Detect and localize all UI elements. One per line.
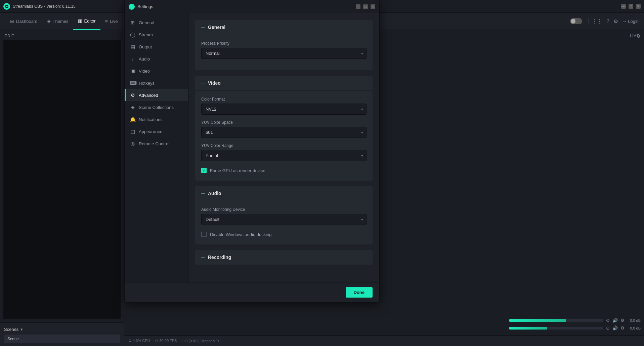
appearance-icon: ◫ bbox=[130, 129, 135, 134]
audio-icon: ♪ bbox=[130, 56, 135, 62]
close-button[interactable]: ✕ bbox=[636, 4, 641, 9]
volume-icon-2[interactable]: 🔊 bbox=[612, 325, 618, 331]
section-recording-header: — Recording bbox=[195, 250, 373, 265]
settings-nav-appearance-label: Appearance bbox=[139, 129, 162, 134]
settings-nav-hotkeys[interactable]: ⌨ Hotkeys bbox=[125, 77, 188, 89]
editor-icon: ▦ bbox=[78, 18, 82, 24]
nav-item-editor[interactable]: ▦ Editor bbox=[73, 12, 100, 30]
settings-nav-general[interactable]: ⊞ General bbox=[125, 16, 188, 29]
section-recording: — Recording bbox=[195, 250, 373, 265]
settings-nav-stream[interactable]: ◯ Stream bbox=[125, 29, 188, 41]
settings-window: Settings ─ □ ✕ ⊞ General ◯ Stream ▤ bbox=[124, 0, 380, 303]
section-audio-header: — Audio bbox=[195, 186, 373, 201]
section-general: — General Process Priority Normal Above … bbox=[195, 20, 373, 70]
bottom-bar: ⚙ 4.3% CPU ⊟ 30.00 FPS □ 0 (0.0%) Droppe… bbox=[124, 335, 644, 346]
nav-label-editor: Editor bbox=[84, 18, 96, 24]
nav-label-themes: Themes bbox=[53, 19, 69, 24]
settings-maximize[interactable]: □ bbox=[363, 4, 368, 9]
fps-stat: ⊟ 30.00 FPS bbox=[155, 339, 177, 343]
nav-label-dashboard: Dashboard bbox=[16, 19, 38, 24]
stats-icon[interactable]: ⋮⋮⋮ bbox=[586, 18, 602, 25]
color-format-label: Color Format bbox=[201, 97, 367, 102]
mixer-gear-1[interactable]: ⚙ bbox=[620, 318, 625, 323]
yuv-color-space-group: YUV Color Space 601 709 ▾ bbox=[201, 120, 367, 138]
settings-nav-notifications-label: Notifications bbox=[139, 117, 163, 122]
settings-nav-appearance[interactable]: ◫ Appearance bbox=[125, 125, 188, 138]
volume-icon-1[interactable]: 🔊 bbox=[612, 318, 618, 323]
settings-minimize[interactable]: ─ bbox=[356, 4, 360, 9]
section-video-body: Color Format NV12 I420 I444 RGB ▾ bbox=[195, 91, 373, 181]
login-button[interactable]: → Login bbox=[622, 19, 639, 24]
yuv-color-range-group: YUV Color Range Partial Full ▾ bbox=[201, 143, 367, 161]
settings-icon[interactable]: ⚙ bbox=[613, 18, 618, 25]
general-collapse-icon[interactable]: — bbox=[201, 25, 205, 30]
settings-controls: ─ □ ✕ bbox=[356, 4, 375, 9]
settings-body: ⊞ General ◯ Stream ▤ Output ♪ Audio ▣ bbox=[125, 13, 379, 282]
settings-nav-advanced[interactable]: ⚙ Advanced bbox=[125, 89, 188, 101]
monitoring-device-group: Audio Monitoring Device Default ▾ bbox=[201, 207, 367, 225]
color-format-group: Color Format NV12 I420 I444 RGB ▾ bbox=[201, 97, 367, 115]
monitoring-device-label: Audio Monitoring Device bbox=[201, 207, 367, 212]
mixer-row-2: ⊙ 🔊 ⚙ 0.0 dB bbox=[128, 324, 641, 332]
settings-nav-video-label: Video bbox=[139, 69, 150, 74]
settings-nav-scene-collections[interactable]: ◈ Scene Collections bbox=[125, 101, 188, 113]
nav-item-dashboard[interactable]: ⊞ Dashboard bbox=[5, 12, 42, 30]
main-layout: EDIT Scenes ▾ Scene LIVE ⚙ ⊙ 🔊 bbox=[0, 30, 644, 346]
settings-nav-video[interactable]: ▣ Video bbox=[125, 65, 188, 77]
color-format-select[interactable]: NV12 I420 I444 RGB bbox=[201, 104, 367, 115]
mixer-bar-1 bbox=[509, 319, 603, 322]
settings-nav-stream-label: Stream bbox=[139, 32, 153, 37]
settings-nav-audio[interactable]: ♪ Audio bbox=[125, 53, 188, 65]
settings-nav-notifications[interactable]: 🔔 Notifications bbox=[125, 113, 188, 125]
done-button[interactable]: Done bbox=[346, 287, 373, 298]
scene-item[interactable]: Scene bbox=[4, 335, 120, 343]
section-video: — Video Color Format NV12 I420 I444 bbox=[195, 76, 373, 181]
advanced-icon: ⚙ bbox=[130, 92, 135, 98]
live-icon: ≡ bbox=[105, 18, 108, 24]
settings-nav-hotkeys-label: Hotkeys bbox=[139, 81, 155, 86]
mixer-bar-fill-2 bbox=[509, 327, 547, 330]
disable-ducking-row: Disable Windows audio ducking bbox=[201, 230, 367, 238]
force-gpu-checkbox[interactable]: ✓ bbox=[201, 168, 207, 173]
stream-icon: ◯ bbox=[130, 32, 135, 37]
toggle-switch[interactable] bbox=[570, 18, 582, 24]
video-collapse-icon[interactable]: — bbox=[201, 81, 205, 85]
monitoring-device-select[interactable]: Default bbox=[201, 214, 367, 225]
mixer-settings-icon[interactable]: ⚙ bbox=[637, 34, 641, 39]
nav-label-live: Live bbox=[110, 19, 118, 24]
yuv-color-space-select[interactable]: 601 709 bbox=[201, 127, 367, 138]
settings-nav-remote-control[interactable]: ◎ Remote Control bbox=[125, 138, 188, 150]
process-priority-group: Process Priority Normal Above Normal Hig… bbox=[201, 41, 367, 59]
mixer-bar-2 bbox=[509, 327, 603, 330]
scenes-dropdown-icon[interactable]: ▾ bbox=[20, 327, 23, 332]
scenes-title: Scenes bbox=[4, 327, 18, 332]
mixer-gear-2[interactable]: ⚙ bbox=[620, 325, 625, 331]
settings-nav-output[interactable]: ▤ Output bbox=[125, 41, 188, 53]
yuv-color-range-select[interactable]: Partial Full bbox=[201, 150, 367, 161]
app-title: Streamlabs OBS - Version: 0.11.15 bbox=[13, 4, 76, 9]
settings-close[interactable]: ✕ bbox=[371, 4, 375, 9]
volume-knob-2[interactable]: ⊙ bbox=[606, 325, 610, 331]
color-format-select-wrapper: NV12 I420 I444 RGB ▾ bbox=[201, 104, 367, 115]
process-priority-select-wrapper: Normal Above Normal High Realtime Below … bbox=[201, 48, 367, 59]
force-gpu-label: Force GPU as render device bbox=[210, 168, 265, 173]
process-priority-select[interactable]: Normal Above Normal High Realtime Below … bbox=[201, 48, 367, 59]
section-audio: — Audio Audio Monitoring Device Default … bbox=[195, 186, 373, 244]
minimize-button[interactable]: ─ bbox=[621, 4, 626, 9]
volume-knob-1[interactable]: ⊙ bbox=[606, 318, 610, 323]
audio-section-title: Audio bbox=[208, 191, 221, 196]
monitoring-device-select-wrapper: Default ▾ bbox=[201, 214, 367, 225]
help-icon[interactable]: ? bbox=[606, 18, 609, 24]
nav-item-themes[interactable]: ◈ Themes bbox=[42, 12, 73, 30]
cpu-stat: ⚙ 4.3% CPU bbox=[128, 339, 150, 343]
settings-logo bbox=[129, 4, 135, 10]
editor-label: EDIT bbox=[0, 30, 124, 40]
maximize-button[interactable]: □ bbox=[629, 4, 633, 9]
disable-ducking-checkbox[interactable] bbox=[201, 232, 207, 237]
force-gpu-check: ✓ bbox=[203, 169, 205, 172]
nav-item-live[interactable]: ≡ Live bbox=[100, 12, 123, 30]
remote-control-icon: ◎ bbox=[130, 141, 135, 146]
recording-collapse-icon[interactable]: — bbox=[201, 255, 205, 260]
audio-collapse-icon[interactable]: — bbox=[201, 191, 205, 196]
dashboard-icon: ⊞ bbox=[10, 18, 14, 24]
